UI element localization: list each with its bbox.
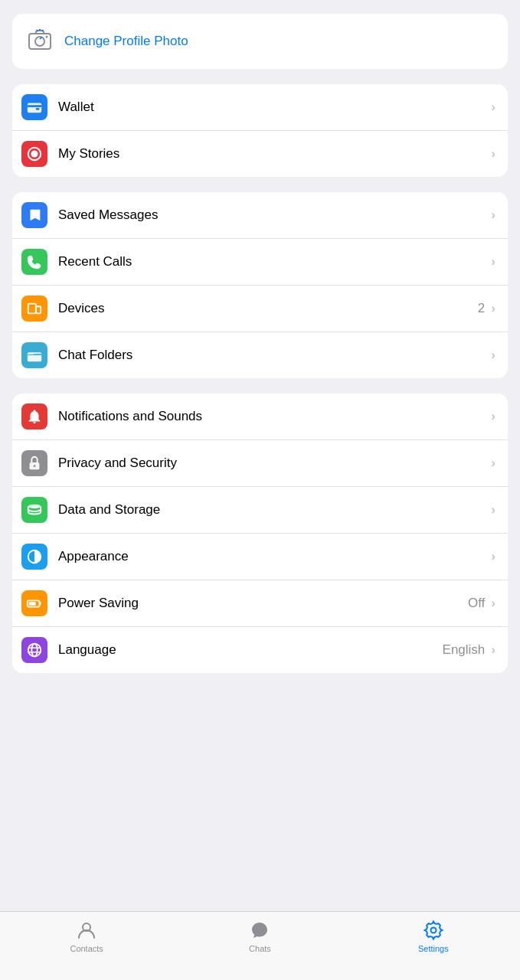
svg-point-11	[31, 150, 38, 157]
saved-messages-chevron: ›	[491, 207, 495, 223]
devices-icon	[21, 296, 47, 322]
notifications-chevron: ›	[491, 409, 495, 424]
settings-tab-label: Settings	[418, 944, 449, 953]
svg-point-2	[35, 37, 44, 46]
scroll-content: Change Profile Photo Wallet ›	[0, 0, 520, 765]
svg-point-27	[430, 928, 436, 933]
wallet-icon	[21, 94, 47, 120]
data-storage-label: Data and Storage	[58, 502, 489, 518]
notifications-icon	[21, 403, 47, 430]
chats-tab-icon	[249, 920, 270, 941]
appearance-label: Appearance	[58, 549, 489, 564]
camera-icon	[26, 26, 54, 57]
contacts-tab-label: Contacts	[70, 944, 103, 953]
language-value: English	[443, 642, 486, 658]
chat-folders-item[interactable]: Chat Folders ›	[12, 332, 508, 378]
wallet-label: Wallet	[58, 100, 489, 115]
tab-settings[interactable]: Settings	[403, 920, 464, 953]
tab-chats[interactable]: Chats	[229, 920, 290, 953]
profile-photo-card: Change Profile Photo	[12, 14, 508, 69]
svg-rect-8	[28, 105, 41, 107]
group-1-card: Wallet › My Stories ›	[12, 84, 508, 177]
chat-folders-icon	[21, 342, 47, 368]
power-saving-label: Power Saving	[58, 596, 468, 611]
svg-line-5	[42, 30, 43, 31]
contacts-tab-icon	[76, 920, 97, 941]
recent-calls-chevron: ›	[491, 254, 495, 270]
change-profile-photo-button[interactable]: Change Profile Photo	[12, 14, 508, 69]
saved-messages-item[interactable]: Saved Messages ›	[12, 192, 508, 239]
notifications-label: Notifications and Sounds	[58, 409, 489, 424]
appearance-chevron: ›	[491, 549, 495, 564]
devices-label: Devices	[58, 301, 478, 316]
recent-calls-icon	[21, 249, 47, 275]
settings-tab-icon	[423, 920, 444, 941]
my-stories-chevron: ›	[491, 146, 495, 162]
svg-rect-21	[29, 602, 36, 606]
privacy-item[interactable]: Privacy and Security ›	[12, 440, 508, 487]
svg-rect-9	[36, 108, 40, 110]
svg-rect-13	[28, 304, 36, 314]
power-saving-chevron: ›	[491, 596, 495, 611]
privacy-icon	[21, 450, 47, 476]
notifications-item[interactable]: Notifications and Sounds ›	[12, 394, 508, 440]
wallet-item[interactable]: Wallet ›	[12, 84, 508, 131]
wallet-chevron: ›	[491, 100, 495, 115]
svg-line-6	[37, 30, 38, 31]
devices-value: 2	[478, 301, 485, 316]
group-2-card: Saved Messages › Recent Calls › Devices …	[12, 192, 508, 378]
svg-point-23	[31, 644, 37, 657]
language-chevron: ›	[491, 642, 495, 658]
language-label: Language	[58, 642, 443, 658]
saved-messages-label: Saved Messages	[58, 207, 489, 223]
privacy-label: Privacy and Security	[58, 456, 489, 471]
saved-messages-icon	[21, 202, 47, 228]
power-saving-icon	[21, 590, 47, 616]
my-stories-label: My Stories	[58, 146, 489, 162]
recent-calls-item[interactable]: Recent Calls ›	[12, 239, 508, 286]
privacy-chevron: ›	[491, 456, 495, 471]
chat-folders-label: Chat Folders	[58, 348, 489, 363]
svg-rect-14	[36, 306, 41, 313]
group-3-card: Notifications and Sounds › Privacy and S…	[12, 394, 508, 673]
devices-item[interactable]: Devices 2 ›	[12, 286, 508, 332]
svg-rect-7	[28, 103, 41, 113]
chats-tab-label: Chats	[249, 944, 271, 953]
language-icon	[21, 637, 47, 663]
appearance-item[interactable]: Appearance ›	[12, 534, 508, 580]
devices-chevron: ›	[491, 301, 495, 316]
svg-point-17	[34, 465, 36, 467]
power-saving-item[interactable]: Power Saving Off ›	[12, 580, 508, 627]
data-storage-chevron: ›	[491, 502, 495, 518]
language-item[interactable]: Language English ›	[12, 627, 508, 673]
my-stories-item[interactable]: My Stories ›	[12, 131, 508, 177]
appearance-icon	[21, 544, 47, 570]
tab-contacts[interactable]: Contacts	[56, 920, 117, 953]
chat-folders-chevron: ›	[491, 348, 495, 363]
profile-photo-label: Change Profile Photo	[64, 34, 188, 49]
tab-bar: Contacts Chats Settings	[0, 911, 520, 980]
my-stories-icon	[21, 141, 47, 167]
power-saving-value: Off	[468, 596, 485, 611]
svg-point-22	[28, 644, 41, 657]
data-storage-item[interactable]: Data and Storage ›	[12, 487, 508, 534]
svg-point-18	[28, 505, 41, 509]
data-storage-icon	[21, 497, 47, 523]
svg-point-3	[46, 36, 48, 38]
recent-calls-label: Recent Calls	[58, 254, 489, 270]
